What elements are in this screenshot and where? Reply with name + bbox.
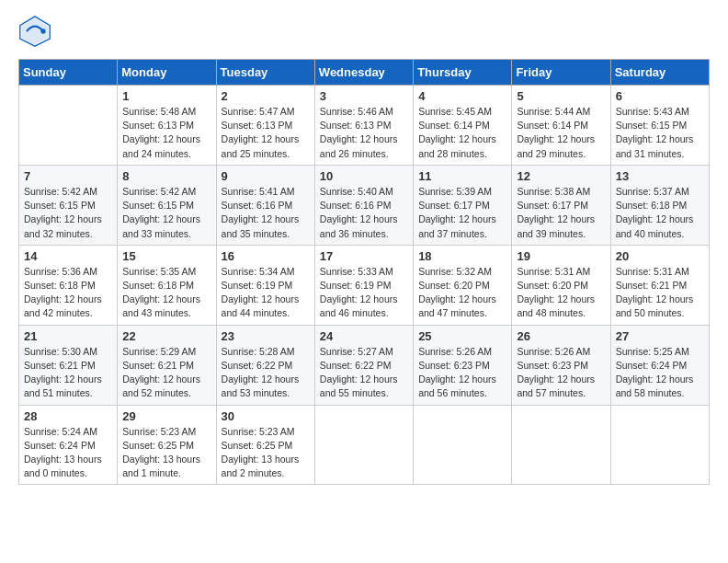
day-cell: 6Sunrise: 5:43 AM Sunset: 6:15 PM Daylig… <box>610 86 709 166</box>
day-number: 12 <box>517 169 605 183</box>
day-number: 14 <box>24 249 112 263</box>
day-cell: 27Sunrise: 5:25 AM Sunset: 6:24 PM Dayli… <box>610 325 709 405</box>
day-number: 10 <box>320 169 408 183</box>
header-row: SundayMondayTuesdayWednesdayThursdayFrid… <box>19 60 710 86</box>
day-info: Sunrise: 5:31 AM Sunset: 6:21 PM Dayligh… <box>616 265 704 321</box>
day-number: 24 <box>320 329 408 343</box>
header <box>18 15 710 48</box>
day-cell: 13Sunrise: 5:37 AM Sunset: 6:18 PM Dayli… <box>610 165 709 245</box>
day-number: 7 <box>24 169 112 183</box>
day-info: Sunrise: 5:26 AM Sunset: 6:23 PM Dayligh… <box>418 345 506 401</box>
day-cell: 29Sunrise: 5:23 AM Sunset: 6:25 PM Dayli… <box>118 405 216 485</box>
day-info: Sunrise: 5:25 AM Sunset: 6:24 PM Dayligh… <box>616 345 704 401</box>
day-cell: 16Sunrise: 5:34 AM Sunset: 6:19 PM Dayli… <box>216 245 314 325</box>
week-row-2: 7Sunrise: 5:42 AM Sunset: 6:15 PM Daylig… <box>19 165 710 245</box>
page-container: SundayMondayTuesdayWednesdayThursdayFrid… <box>0 0 728 500</box>
day-cell: 9Sunrise: 5:41 AM Sunset: 6:16 PM Daylig… <box>216 165 314 245</box>
day-number: 19 <box>517 249 605 263</box>
day-info: Sunrise: 5:45 AM Sunset: 6:14 PM Dayligh… <box>418 105 506 161</box>
day-cell: 18Sunrise: 5:32 AM Sunset: 6:20 PM Dayli… <box>414 245 512 325</box>
day-cell: 25Sunrise: 5:26 AM Sunset: 6:23 PM Dayli… <box>414 325 512 405</box>
day-cell: 30Sunrise: 5:23 AM Sunset: 6:25 PM Dayli… <box>216 405 314 485</box>
header-cell-monday: Monday <box>118 60 216 86</box>
day-number: 15 <box>122 249 210 263</box>
header-cell-wednesday: Wednesday <box>314 60 413 86</box>
day-cell <box>314 405 413 485</box>
day-info: Sunrise: 5:47 AM Sunset: 6:13 PM Dayligh… <box>222 105 310 161</box>
day-number: 5 <box>517 89 605 103</box>
day-info: Sunrise: 5:32 AM Sunset: 6:20 PM Dayligh… <box>418 265 506 321</box>
day-info: Sunrise: 5:30 AM Sunset: 6:21 PM Dayligh… <box>24 345 112 401</box>
day-cell: 10Sunrise: 5:40 AM Sunset: 6:16 PM Dayli… <box>314 165 413 245</box>
day-number: 1 <box>122 89 210 103</box>
day-cell: 15Sunrise: 5:35 AM Sunset: 6:18 PM Dayli… <box>118 245 216 325</box>
day-number: 18 <box>418 249 506 263</box>
day-info: Sunrise: 5:39 AM Sunset: 6:17 PM Dayligh… <box>418 185 506 241</box>
day-number: 29 <box>122 409 210 423</box>
day-cell: 7Sunrise: 5:42 AM Sunset: 6:15 PM Daylig… <box>19 165 118 245</box>
day-cell: 2Sunrise: 5:47 AM Sunset: 6:13 PM Daylig… <box>216 86 314 166</box>
day-number: 16 <box>222 249 310 263</box>
day-info: Sunrise: 5:24 AM Sunset: 6:24 PM Dayligh… <box>24 425 112 481</box>
day-info: Sunrise: 5:27 AM Sunset: 6:22 PM Dayligh… <box>320 345 408 401</box>
logo <box>18 15 57 48</box>
week-row-1: 1Sunrise: 5:48 AM Sunset: 6:13 PM Daylig… <box>19 86 710 166</box>
day-info: Sunrise: 5:29 AM Sunset: 6:21 PM Dayligh… <box>122 345 210 401</box>
day-cell: 12Sunrise: 5:38 AM Sunset: 6:17 PM Dayli… <box>512 165 610 245</box>
day-info: Sunrise: 5:28 AM Sunset: 6:22 PM Dayligh… <box>222 345 310 401</box>
header-cell-sunday: Sunday <box>19 60 118 86</box>
header-cell-friday: Friday <box>512 60 610 86</box>
day-number: 28 <box>24 409 112 423</box>
day-cell: 17Sunrise: 5:33 AM Sunset: 6:19 PM Dayli… <box>314 245 413 325</box>
day-cell: 5Sunrise: 5:44 AM Sunset: 6:14 PM Daylig… <box>512 86 610 166</box>
day-number: 4 <box>418 89 506 103</box>
header-cell-thursday: Thursday <box>414 60 512 86</box>
day-number: 13 <box>616 169 704 183</box>
day-info: Sunrise: 5:36 AM Sunset: 6:18 PM Dayligh… <box>24 265 112 321</box>
svg-point-2 <box>40 29 45 33</box>
day-cell: 20Sunrise: 5:31 AM Sunset: 6:21 PM Dayli… <box>610 245 709 325</box>
day-info: Sunrise: 5:31 AM Sunset: 6:20 PM Dayligh… <box>517 265 605 321</box>
day-number: 11 <box>418 169 506 183</box>
day-cell <box>610 405 709 485</box>
header-cell-saturday: Saturday <box>610 60 709 86</box>
day-number: 17 <box>320 249 408 263</box>
day-cell: 24Sunrise: 5:27 AM Sunset: 6:22 PM Dayli… <box>314 325 413 405</box>
day-cell: 26Sunrise: 5:26 AM Sunset: 6:23 PM Dayli… <box>512 325 610 405</box>
day-cell: 3Sunrise: 5:46 AM Sunset: 6:13 PM Daylig… <box>314 86 413 166</box>
week-row-4: 21Sunrise: 5:30 AM Sunset: 6:21 PM Dayli… <box>19 325 710 405</box>
day-info: Sunrise: 5:41 AM Sunset: 6:16 PM Dayligh… <box>222 185 310 241</box>
day-cell: 11Sunrise: 5:39 AM Sunset: 6:17 PM Dayli… <box>414 165 512 245</box>
day-cell: 19Sunrise: 5:31 AM Sunset: 6:20 PM Dayli… <box>512 245 610 325</box>
day-number: 25 <box>418 329 506 343</box>
day-cell: 28Sunrise: 5:24 AM Sunset: 6:24 PM Dayli… <box>19 405 118 485</box>
day-cell: 22Sunrise: 5:29 AM Sunset: 6:21 PM Dayli… <box>118 325 216 405</box>
logo-icon <box>18 15 51 48</box>
day-number: 8 <box>122 169 210 183</box>
day-number: 23 <box>222 329 310 343</box>
day-info: Sunrise: 5:42 AM Sunset: 6:15 PM Dayligh… <box>24 185 112 241</box>
week-row-3: 14Sunrise: 5:36 AM Sunset: 6:18 PM Dayli… <box>19 245 710 325</box>
day-number: 27 <box>616 329 704 343</box>
day-cell: 23Sunrise: 5:28 AM Sunset: 6:22 PM Dayli… <box>216 325 314 405</box>
day-cell <box>414 405 512 485</box>
day-cell: 1Sunrise: 5:48 AM Sunset: 6:13 PM Daylig… <box>118 86 216 166</box>
day-info: Sunrise: 5:23 AM Sunset: 6:25 PM Dayligh… <box>122 425 210 481</box>
week-row-5: 28Sunrise: 5:24 AM Sunset: 6:24 PM Dayli… <box>19 405 710 485</box>
day-info: Sunrise: 5:38 AM Sunset: 6:17 PM Dayligh… <box>517 185 605 241</box>
calendar-table: SundayMondayTuesdayWednesdayThursdayFrid… <box>18 59 710 485</box>
day-number: 6 <box>616 89 704 103</box>
day-number: 30 <box>222 409 310 423</box>
day-number: 22 <box>122 329 210 343</box>
day-cell <box>19 86 118 166</box>
day-number: 3 <box>320 89 408 103</box>
day-info: Sunrise: 5:46 AM Sunset: 6:13 PM Dayligh… <box>320 105 408 161</box>
day-info: Sunrise: 5:43 AM Sunset: 6:15 PM Dayligh… <box>616 105 704 161</box>
day-info: Sunrise: 5:42 AM Sunset: 6:15 PM Dayligh… <box>122 185 210 241</box>
day-info: Sunrise: 5:33 AM Sunset: 6:19 PM Dayligh… <box>320 265 408 321</box>
day-cell: 8Sunrise: 5:42 AM Sunset: 6:15 PM Daylig… <box>118 165 216 245</box>
day-info: Sunrise: 5:34 AM Sunset: 6:19 PM Dayligh… <box>222 265 310 321</box>
header-cell-tuesday: Tuesday <box>216 60 314 86</box>
day-info: Sunrise: 5:37 AM Sunset: 6:18 PM Dayligh… <box>616 185 704 241</box>
day-info: Sunrise: 5:23 AM Sunset: 6:25 PM Dayligh… <box>222 425 310 481</box>
